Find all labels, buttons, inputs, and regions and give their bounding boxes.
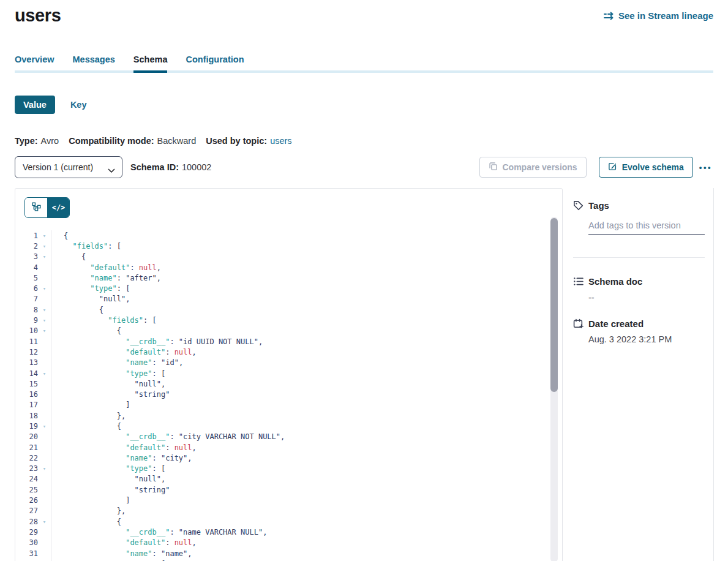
token-null: null [174,348,192,356]
tab-overview[interactable]: Overview [15,55,54,73]
code-line-text: "name": "after", [51,274,161,282]
token-punc: : [130,263,138,272]
fold-toggle-icon[interactable]: ▾ [38,371,51,377]
code-scrollbar-thumb[interactable] [550,218,558,392]
edit-icon [608,162,617,173]
line-number: 7 [15,295,38,303]
token-punc: , [187,549,192,558]
fold-toggle-icon[interactable]: ▾ [38,243,51,249]
topic-link[interactable]: users [270,136,291,146]
meta-topic: Used by topic:users [206,136,291,146]
fold-toggle-icon[interactable]: ▾ [38,423,51,429]
type-label: Type: [15,136,38,146]
schema-doc-icon [573,276,584,287]
code-line: 21 "default": null, [15,442,562,453]
code-line-text: "default": null, [51,538,197,547]
schema-page: users See in Stream lineage OverviewMess… [0,0,728,561]
code-line-text: "name": "city", [51,454,192,462]
code-line-text: { [51,326,121,335]
version-select[interactable]: Version 1 (current) [15,156,122,178]
tree-view-button[interactable] [25,198,47,217]
token-punc: , [157,274,161,282]
fold-toggle-icon[interactable]: ▾ [38,519,51,525]
token-punc: : [152,549,161,558]
code-line: 32▾ "type": [ [15,559,562,561]
code-line: 18 }, [15,410,562,421]
schema-doc-title: Schema doc [588,276,642,287]
line-number: 26 [15,496,38,505]
code-view-button[interactable]: </> [47,198,69,217]
token-punc: { [64,232,68,240]
code-line-text: "type": [ [51,369,165,378]
topbar: users See in Stream lineage [15,0,713,26]
line-number: 17 [15,401,38,409]
line-number: 22 [15,454,38,462]
code-line-text: { [51,232,68,240]
code-line: 30 "default": null, [15,538,562,548]
token-punc: { [117,518,121,526]
fold-toggle-icon[interactable]: ▾ [38,285,51,292]
more-options-button[interactable]: ••• [698,160,713,175]
fold-toggle-icon[interactable]: ▾ [38,465,51,472]
token-key: "__crdb__" [126,337,170,346]
code-scrollbar-track[interactable] [550,217,558,561]
token-punc: : [165,443,174,452]
stream-lineage-label: See in Stream lineage [618,10,713,21]
line-number: 1 [15,232,38,240]
token-punc: : [ [117,284,130,293]
tab-configuration[interactable]: Configuration [186,55,244,73]
line-number: 3 [15,252,38,261]
key-toggle-button[interactable]: Key [70,100,87,110]
fold-toggle-icon[interactable]: ▾ [38,233,51,239]
value-toggle-button[interactable]: Value [15,96,55,114]
token-punc: : [165,538,174,547]
used-by-topic-label: Used by topic: [206,136,267,146]
fold-toggle-icon[interactable]: ▾ [38,317,51,323]
code-line-text: }, [51,506,126,515]
token-null: null [174,538,192,547]
line-number: 24 [15,475,38,483]
token-punc: ] [126,401,130,409]
tree-icon [32,202,41,213]
line-number: 21 [15,443,38,452]
code-line-text: { [51,518,121,526]
token-key: "name" [126,358,152,367]
code-line: 2▾ "fields": [ [15,241,562,251]
token-str: "string" [135,390,170,399]
compare-versions-button[interactable]: Compare versions [479,157,587,178]
line-number: 20 [15,432,38,441]
token-key: "default" [126,538,165,547]
date-created-heading: Date created [573,318,705,329]
type-value: Avro [41,136,59,146]
token-key: "__crdb__" [126,432,170,441]
token-key: "name" [90,274,116,282]
calendar-plus-icon [573,318,584,329]
code-line: 9▾ "fields": [ [15,315,562,325]
add-tags-input[interactable] [588,218,705,235]
compatibility-value: Backward [157,136,197,146]
code-line: 12 "default": null, [15,347,562,357]
tab-messages[interactable]: Messages [73,55,115,73]
fold-toggle-icon[interactable]: ▾ [38,254,51,260]
token-punc: : [ [143,316,157,325]
value-key-toggle: Value Key [15,96,713,114]
schema-doc-section: Schema doc -- [573,276,705,303]
token-str: "city VARCHAR NOT NULL" [179,432,280,441]
date-created-section: Date created Aug. 3 2022 3:21 PM [573,318,705,344]
tab-schema[interactable]: Schema [133,55,168,73]
code-line-text: { [51,422,121,431]
token-key: "name" [126,454,152,462]
stream-lineage-link[interactable]: See in Stream lineage [603,10,713,21]
code-line-text: ] [51,496,130,505]
line-number: 9 [15,316,38,325]
token-punc: : [165,348,174,356]
token-punc: , [187,454,192,462]
code-editor: 1▾{2▾ "fields": [3▾ {4 "default": null,5… [15,230,562,561]
fold-toggle-icon[interactable]: ▾ [38,328,51,334]
evolve-schema-button[interactable]: Evolve schema [599,157,693,178]
code-line: 13 "name": "id", [15,358,562,368]
code-line: 15 "null", [15,378,562,389]
code-line-text: "type": [ [51,464,165,473]
fold-toggle-icon[interactable]: ▾ [38,307,51,313]
token-punc: { [81,252,86,261]
